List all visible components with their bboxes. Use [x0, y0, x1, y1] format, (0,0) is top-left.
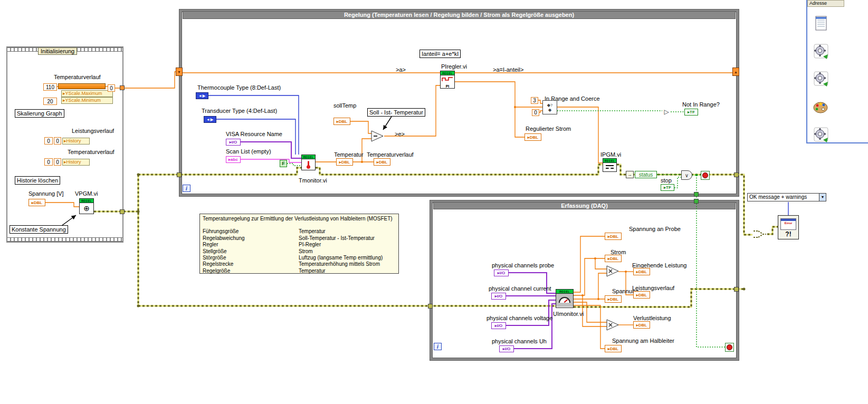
not-node[interactable]: ▷	[662, 108, 671, 116]
unbundle-status-node[interactable]: →	[626, 171, 634, 178]
piregler-vi-node[interactable]: REGEL PI	[440, 71, 455, 89]
scanlist-label: Scan List (empty)	[226, 148, 271, 155]
vi-icon-header: REGEL	[80, 199, 93, 203]
regelung-loop-title: Regelung (Temperaturen lesen / Regelung …	[183, 11, 736, 19]
solltemp-label: sollTemp	[333, 102, 356, 109]
regelung-while-loop	[179, 9, 739, 196]
regulierter-strom-terminal[interactable]: ▸DBL	[524, 133, 541, 141]
property-node-history2[interactable]: ▸History	[62, 159, 90, 166]
scale-out-constant[interactable]: 0	[108, 84, 115, 92]
spannung-probe-terminal[interactable]: ▸DBL	[605, 233, 622, 240]
io-terminal-uh[interactable]: ▸I/O	[499, 345, 514, 352]
io-terminal-current[interactable]: ▸I/O	[491, 293, 506, 300]
eingehende-leistung-terminal[interactable]: ▸DBL	[633, 268, 650, 275]
false-constant[interactable]: F	[280, 160, 287, 167]
vi-file-icon[interactable]	[812, 70, 830, 88]
spannung-terminal[interactable]: ▸DBL	[605, 295, 622, 303]
status-terminal[interactable]: status	[635, 171, 657, 178]
notinrange-terminal[interactable]: ▸TF	[684, 109, 698, 116]
multiply-node-verlust[interactable]	[606, 319, 619, 331]
history2-constant-b[interactable]: 0	[54, 158, 61, 166]
visa-terminal[interactable]: ▸I/O	[226, 139, 241, 146]
transducer-terminal[interactable]: ◄▶	[204, 116, 216, 123]
scanlist-terminal[interactable]: ▸abc	[226, 156, 241, 163]
comment-value: PI-Regler	[299, 242, 321, 248]
regelung-right-error-tunnel	[734, 172, 739, 177]
regelung-left-error-tunnel	[177, 172, 182, 177]
multiply-node-leistung[interactable]	[606, 265, 619, 277]
shift-register-right[interactable]: ▲	[732, 68, 739, 76]
spannung-halbleiter-terminal[interactable]: ▸DBL	[605, 345, 622, 352]
address-label: Adresse	[809, 1, 827, 6]
in-range-and-coerce-node[interactable]: ◆? ◆	[542, 100, 557, 114]
spannung-dbl-terminal[interactable]: ▸DBL	[28, 199, 45, 206]
tmonitor-vi-node[interactable]: REGEL	[301, 155, 316, 170]
historie-loeschen-label: Historie löschen	[15, 176, 60, 185]
iteration-terminal-erfassung[interactable]: i	[434, 343, 442, 350]
shift-register-left[interactable]: ▼	[176, 68, 183, 76]
strom-terminal[interactable]: ▸DBL	[605, 255, 622, 262]
dc-source-icon-line1	[606, 165, 614, 166]
comment-value: Temperatur	[299, 228, 326, 235]
pi-label: PI	[446, 84, 450, 88]
property-node-yscale-max[interactable]: ▸YScale.Maximum	[61, 90, 113, 97]
stop-sign-icon	[702, 172, 708, 178]
yscale-min-constant[interactable]: 20	[43, 98, 57, 105]
verlustleistung-terminal[interactable]: ▸DBL	[633, 321, 650, 329]
stop-terminal[interactable]: ▸TF	[661, 184, 674, 191]
erfassung-left-error-tunnel	[428, 304, 433, 309]
init-frame-error-tunnel	[120, 209, 125, 214]
comment-value: Strom	[299, 248, 313, 255]
spannung-v-label: Spannung [V]	[28, 190, 64, 197]
input-probe-label: physical channels probe	[492, 262, 554, 268]
property-node-history1[interactable]: ▸History	[62, 138, 90, 145]
yscale-slider[interactable]	[58, 83, 106, 89]
loop-condition-terminal-erfassung[interactable]	[725, 343, 734, 352]
history2-constant-a[interactable]: 0	[44, 158, 53, 166]
temperaturverlauf-terminal[interactable]: ▸DBL	[374, 158, 390, 166]
dialog-type-ring[interactable]: OK message + warnings ▼	[747, 193, 826, 201]
output-leistungsverlauf-label: Leistungsverlauf	[632, 285, 674, 291]
piregler-label: PIregler.vi	[441, 63, 467, 70]
ipgm-vi-node[interactable]: REGEL	[603, 158, 617, 172]
thermocouple-terminal[interactable]: ◄▶	[196, 92, 208, 99]
notepad-icon[interactable]	[812, 14, 830, 32]
tmonitor-label: Tmonitor.vi	[299, 177, 327, 184]
comment-key: Führungsgröße	[203, 228, 299, 235]
iteration-terminal-regelung[interactable]: i	[183, 185, 190, 192]
init-frame-title: Initialisierung	[38, 47, 77, 55]
erfassung-loop-title: Erfassung (DAQ)	[433, 202, 736, 209]
general-error-handler-node[interactable]: Error ?!	[778, 215, 799, 239]
inrange-lower-constant[interactable]: 0	[532, 109, 539, 116]
history1-constant-b[interactable]: 0	[54, 137, 61, 145]
palette-icon[interactable]	[812, 98, 830, 116]
input-voltage-label: physical channels voltage	[487, 315, 552, 321]
io-terminal-voltage[interactable]: ▸I/O	[491, 322, 506, 329]
soll-ist-label: Soll - Ist- Temperatur	[367, 108, 425, 117]
vi-file-icon[interactable]	[812, 42, 830, 60]
output-halbleiter-label: Spannung am Halbleiter	[612, 338, 674, 344]
loop-condition-terminal-regelung[interactable]	[701, 171, 710, 180]
uimonitor-vi-node[interactable]: REGEL	[556, 289, 574, 308]
documentation-comment: Temperaturregelung zur Ermittlung der Ve…	[199, 214, 399, 274]
history1-constant-a[interactable]: 0	[44, 137, 53, 145]
or-node[interactable]: ∨	[681, 170, 692, 180]
leistungsverlauf-terminal[interactable]: ▸DBL	[633, 291, 650, 299]
comment-value: Luftzug (langsame Temp ermittlung)	[299, 255, 383, 261]
regulierter-strom-label: Regulierter Strom	[526, 126, 571, 132]
a-wire-label: >a>	[396, 66, 406, 73]
yscale-max-constant[interactable]: 110	[43, 83, 57, 91]
vpgm-vi-node[interactable]: REGEL ⊕	[79, 198, 94, 214]
solltemp-terminal[interactable]: ▸DBL	[333, 118, 350, 125]
temperatur-terminal[interactable]: ▸DBL	[336, 158, 353, 166]
pi-chart-icon	[441, 76, 454, 82]
merge-errors-node[interactable]	[752, 228, 767, 241]
inrange-upper-constant[interactable]: 3	[531, 97, 538, 104]
init-frame-tunnel	[120, 85, 125, 90]
subtract-node[interactable]	[371, 130, 384, 142]
property-node-yscale-min[interactable]: ▸YScale.Minimum	[61, 97, 113, 104]
io-terminal-probe[interactable]: ▸I/O	[494, 270, 509, 276]
vi-file-icon[interactable]	[812, 126, 830, 143]
comment-key: Stellgröße	[203, 248, 299, 255]
formula-label: Ianteil= a+e*kI	[419, 50, 461, 58]
